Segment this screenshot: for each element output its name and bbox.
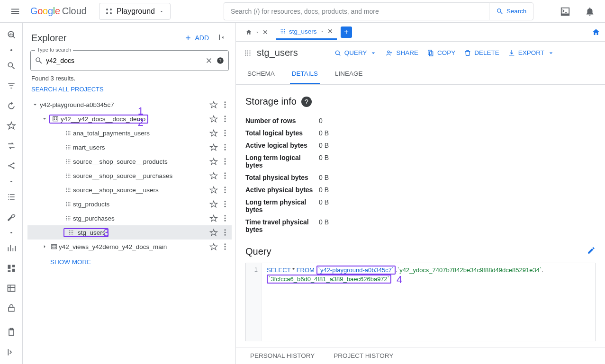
search-all-projects[interactable]: SEARCH ALL PROJECTS [27,83,232,98]
panel-home-icon[interactable] [592,28,600,36]
cloud-shell-icon[interactable] [556,2,575,21]
star-icon[interactable] [208,214,219,222]
star-icon[interactable] [208,242,219,251]
callout-4: 4 [397,274,402,286]
project-picker[interactable]: Playground [99,3,171,20]
share-button[interactable]: SHARE [386,49,418,57]
delete-button[interactable]: DELETE [464,49,499,57]
dashboard-icon[interactable] [2,260,21,276]
star-rail-icon[interactable] [2,118,21,134]
collapse-explorer-icon[interactable] [214,30,229,45]
tree-table[interactable]: stg_products [27,197,232,211]
transfer-icon[interactable] [2,138,21,154]
notifications-icon[interactable] [580,2,599,21]
more-icon[interactable] [219,129,231,137]
svg-point-18 [225,101,226,103]
global-search-input[interactable]: Search (/) for resources, docs, products… [224,2,489,20]
google-cloud-logo[interactable]: Google Cloud [30,6,87,17]
home-tab[interactable]: ✕ [242,25,272,40]
project-history-tab[interactable]: PROJECT HISTORY [334,352,393,359]
global-search-button[interactable]: Search [489,2,533,20]
wrench-icon[interactable] [2,209,21,225]
svg-point-29 [66,131,67,132]
bigquery-icon[interactable] [2,27,21,43]
personal-history-tab[interactable]: PERSONAL HISTORY [250,352,315,359]
more-icon[interactable] [219,186,231,194]
star-icon[interactable] [208,129,219,137]
tab-details[interactable]: DETAILS [290,64,320,84]
more-icon[interactable] [219,214,231,222]
table-icon[interactable] [2,280,21,296]
edit-icon[interactable] [587,246,596,257]
more-icon[interactable] [219,171,231,180]
share-rail-icon[interactable] [2,158,21,174]
star-icon[interactable] [208,171,219,180]
star-icon[interactable] [208,100,219,109]
tab-lineage[interactable]: LINEAGE [333,64,365,84]
more-icon[interactable] [219,242,231,251]
svg-point-32 [66,133,67,133]
svg-point-92 [66,204,67,204]
export-button[interactable]: EXPORT [508,49,555,57]
show-more[interactable]: SHOW MORE [27,254,232,266]
svg-point-88 [225,192,226,193]
stg-users-tab[interactable]: stg_users ✕ [276,25,337,40]
explorer-title: Explorer [31,33,66,44]
tree-table-selected[interactable]: stg_users3 [27,225,232,240]
tree-table[interactable]: source__shop_source__purchases [27,169,232,183]
star-icon[interactable] [208,186,219,194]
svg-point-40 [225,135,226,136]
more-icon[interactable] [219,143,231,151]
add-button[interactable]: ADD [184,34,209,42]
explorer-search-input[interactable] [46,57,202,64]
close-icon[interactable]: ✕ [262,28,268,36]
more-icon[interactable] [219,228,231,237]
star-icon[interactable] [208,157,219,166]
svg-point-48 [68,149,69,150]
clipboard-icon[interactable] [2,324,21,340]
star-icon[interactable] [208,200,219,208]
chart-icon[interactable] [2,240,21,256]
history-tabs: PERSONAL HISTORY PROJECT HISTORY [236,347,605,364]
tree-table[interactable]: mart_users [27,140,232,154]
list-icon[interactable] [2,189,21,205]
svg-point-150 [249,54,250,55]
tree-table[interactable]: stg_purchases [27,211,232,225]
expand-rail-icon[interactable] [2,344,21,360]
svg-point-6 [13,163,14,164]
lock-icon[interactable] [2,300,21,316]
more-icon[interactable] [219,200,231,208]
search-rail-icon[interactable] [2,58,21,74]
help-icon[interactable]: ? [216,56,225,65]
tree-table[interactable]: ana_total_payments_users [27,126,232,140]
tree-dataset-2[interactable]: y42_views_y42demo_y42_docs_main [27,240,232,254]
tree-project[interactable]: y42-playground-a0b345c7 [27,98,232,112]
svg-rect-23 [56,117,57,118]
svg-point-37 [70,134,71,135]
more-icon[interactable] [219,100,231,109]
table-icon [66,229,76,236]
svg-point-151 [335,51,339,54]
more-icon[interactable] [219,115,231,123]
svg-point-121 [72,234,73,235]
close-icon[interactable]: ✕ [327,27,333,35]
more-icon[interactable] [219,157,231,166]
tree-table[interactable]: source__shop_source__users [27,183,232,197]
info-icon[interactable]: ? [301,97,312,107]
svg-point-116 [69,232,70,233]
storage-info-heading: Storage info ? [245,96,596,107]
hamburger-icon[interactable] [6,2,25,21]
filter-icon[interactable] [2,78,21,94]
copy-button[interactable]: COPY [427,49,455,57]
tree-table[interactable]: source__shop_source__products [27,154,232,169]
tab-schema[interactable]: SCHEMA [245,64,277,84]
sql-text[interactable]: SELECT * FROM `y42-playground-a0b345c7`.… [262,263,548,341]
star-icon[interactable] [208,143,219,151]
star-icon[interactable] [208,115,219,123]
star-icon[interactable] [208,228,219,237]
query-button[interactable]: QUERY [334,49,378,57]
history-icon[interactable] [2,98,21,114]
clear-icon[interactable] [205,56,213,65]
new-tab-button[interactable]: ＋ [341,27,352,38]
tree-dataset-hl[interactable]: y42__y42_docs__docs_demo 1 2 [27,112,232,126]
